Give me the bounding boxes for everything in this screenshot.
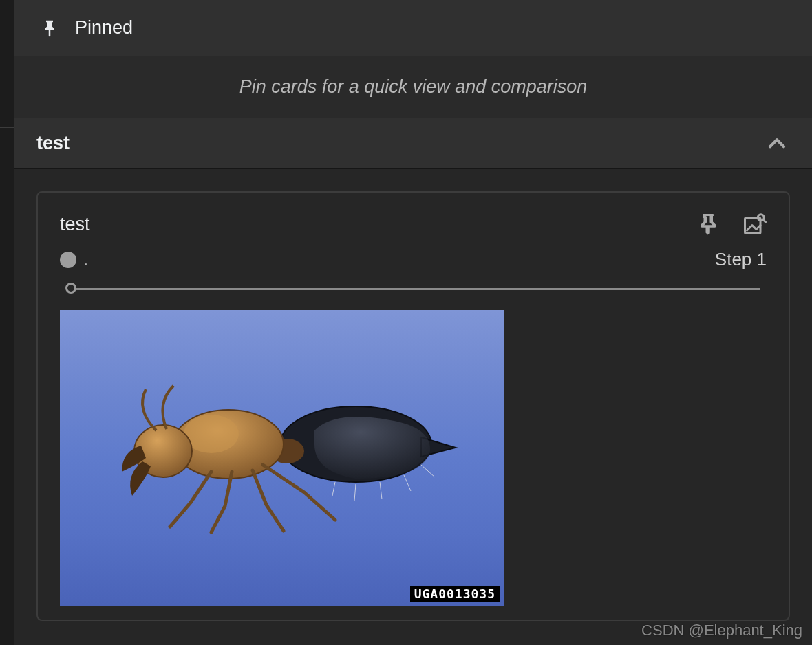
watermark: CSDN @Elephant_King [641, 622, 802, 639]
step-label: Step 1 [715, 249, 767, 270]
image-search-icon[interactable] [742, 212, 767, 237]
section-header[interactable]: test [14, 118, 812, 169]
pinned-hint: Pin cards for a quick view and compariso… [14, 56, 812, 118]
gutter-segment [0, 67, 14, 128]
svg-line-11 [404, 475, 411, 491]
pinned-title: Pinned [75, 17, 133, 39]
left-gutter [0, 0, 14, 645]
image-id-label: UGA0013035 [410, 586, 500, 602]
pinned-section-header[interactable]: Pinned [14, 0, 812, 56]
pinned-hint-text: Pin cards for a quick view and compariso… [239, 76, 588, 98]
svg-line-8 [332, 482, 335, 496]
svg-line-2 [764, 220, 766, 222]
slider-track [67, 288, 760, 290]
step-slider[interactable] [67, 283, 760, 295]
gutter-segment [0, 0, 14, 67]
svg-line-12 [421, 465, 435, 477]
run-color-dot [60, 252, 76, 268]
run-name: . [83, 249, 88, 270]
image-card: test [36, 191, 790, 621]
chevron-up-icon[interactable] [765, 132, 789, 155]
svg-line-9 [354, 484, 356, 501]
slider-thumb[interactable] [65, 283, 76, 294]
card-title: test [60, 214, 90, 235]
pin-card-button[interactable] [696, 212, 721, 237]
section-title: test [36, 133, 70, 154]
pin-icon [39, 18, 60, 39]
section-body: test [14, 169, 812, 645]
svg-line-10 [380, 482, 382, 499]
sample-image[interactable]: UGA0013035 [60, 310, 504, 606]
